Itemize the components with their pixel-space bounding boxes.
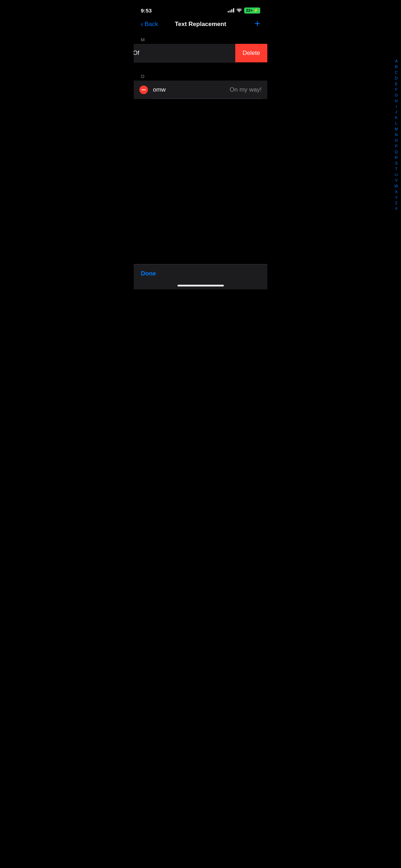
section-header-m: M bbox=[134, 34, 267, 44]
signal-icon bbox=[228, 8, 234, 12]
omw-phrase: On my way! bbox=[230, 86, 262, 93]
add-button[interactable]: + bbox=[255, 19, 260, 29]
back-button[interactable]: ‹ Back bbox=[141, 21, 158, 28]
back-chevron-icon: ‹ bbox=[141, 20, 143, 27]
bottom-bar: Done bbox=[134, 264, 267, 289]
page-title: Text Replacement bbox=[175, 21, 226, 28]
omw-shortcut: omw bbox=[153, 86, 166, 93]
makeuseOf-shortcut: MakeUseOf bbox=[134, 50, 139, 57]
omw-row[interactable]: omw On my way! bbox=[153, 81, 262, 99]
wifi-icon bbox=[236, 8, 242, 13]
status-icons: 22+ ⚡ bbox=[228, 7, 260, 14]
delete-button[interactable]: Delete bbox=[235, 44, 267, 62]
battery-icon: 22+ ⚡ bbox=[244, 7, 260, 14]
section-header-o: O bbox=[134, 71, 267, 81]
status-bar: 9:53 22+ ⚡ bbox=[134, 0, 267, 16]
status-time: 9:53 bbox=[141, 7, 152, 14]
minus-icon[interactable] bbox=[139, 86, 148, 94]
home-indicator bbox=[178, 285, 224, 286]
nav-bar: ‹ Back Text Replacement + bbox=[134, 16, 267, 34]
done-button[interactable]: Done bbox=[141, 270, 156, 277]
content-area: M MakeUseOf Delete O omw On my way! bbox=[134, 34, 267, 99]
m-row-container: MakeUseOf Delete bbox=[134, 44, 267, 62]
makeuseOf-row[interactable]: MakeUseOf bbox=[134, 44, 235, 62]
back-label: Back bbox=[145, 21, 158, 28]
